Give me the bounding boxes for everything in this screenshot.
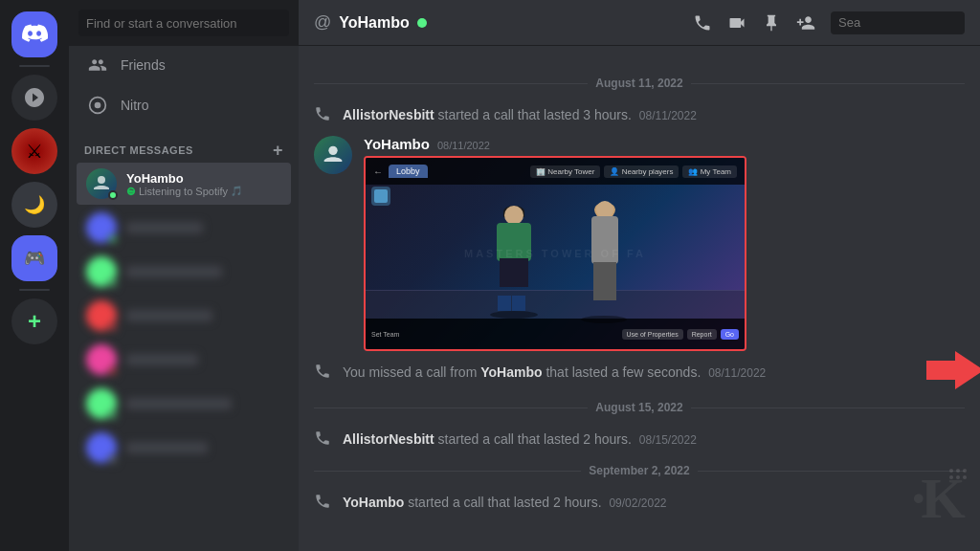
add-dm-button[interactable]: +	[273, 142, 283, 159]
watermark-k: ·K	[911, 466, 961, 532]
dm-item-6[interactable]	[77, 383, 291, 425]
rail-divider-1	[19, 65, 50, 67]
header-search-input[interactable]	[831, 11, 965, 34]
phone-icon-3	[314, 430, 333, 449]
game-watermark: MASTERS TOWER OF FA	[464, 248, 646, 259]
dm3-status-dot	[108, 278, 118, 288]
yohambo-username: YoHambo	[126, 171, 242, 186]
dm4-status-dot	[108, 322, 118, 332]
dm7-status-dot	[108, 454, 118, 464]
search-input[interactable]	[78, 10, 289, 36]
add-user-button[interactable]	[796, 13, 815, 33]
dm-item-3[interactable]	[77, 251, 291, 293]
server-rail: ⚔ 🌙 🎮 +	[0, 0, 69, 551]
phone-icon-missed	[314, 363, 333, 382]
game-embed: ← Lobby 🏢 Nearby Tower 👤 Nearby players …	[364, 156, 746, 351]
dm6-info	[126, 398, 232, 409]
call-log-1: AllistorNesbitt started a call that last…	[314, 101, 965, 128]
date-divider-2: August 15, 2022	[314, 401, 965, 414]
yohambo-status-dot	[108, 190, 118, 200]
dm-item-2[interactable]	[77, 207, 291, 249]
phone-icon-4	[314, 493, 333, 512]
red-arrow-annotation	[926, 351, 980, 393]
dm-section-title: DIRECT MESSAGES	[84, 144, 193, 156]
call-log-3: AllistorNesbitt started a call that last…	[314, 426, 965, 452]
dm3-info	[126, 266, 222, 277]
call-log-4: YoHambo started a call that lasted 2 hou…	[314, 489, 965, 516]
dm6-avatar	[86, 388, 117, 419]
chat-header-username: YoHambo	[339, 14, 409, 32]
dm-item-5[interactable]	[77, 339, 291, 381]
game-ground	[366, 290, 745, 319]
server-2-icon[interactable]: 🌙	[11, 182, 57, 228]
header-status-dot	[417, 18, 427, 28]
dm2-status-dot	[108, 234, 118, 244]
nitro-nav-item[interactable]: Nitro	[77, 86, 291, 124]
yohambo-msg-avatar	[314, 136, 352, 174]
search-bar-container	[69, 0, 299, 46]
server-3-icon[interactable]: 🎮	[11, 235, 57, 281]
yohambo-avatar	[86, 168, 117, 199]
game-nav-tabs: 🏢 Nearby Tower 👤 Nearby players 👥 My Tea…	[530, 165, 737, 178]
dm5-status-dot	[108, 366, 118, 376]
dm-item-7[interactable]	[77, 427, 291, 469]
dm4-avatar	[86, 300, 117, 331]
video-button[interactable]	[727, 13, 746, 33]
svg-marker-4	[926, 351, 980, 389]
add-server-icon[interactable]: +	[11, 298, 57, 344]
yohambo-msg-time: 08/11/2022	[437, 140, 490, 151]
call-log-4-text: YoHambo started a call that lasted 2 hou…	[343, 495, 667, 510]
chat-messages: August 11, 2022 AllistorNesbitt started …	[299, 46, 980, 551]
friends-label: Friends	[121, 57, 166, 73]
call-button[interactable]	[693, 13, 712, 33]
chat-header: @ YoHambo	[299, 0, 980, 46]
missed-call-row: You missed a call from YoHambo that last…	[314, 359, 965, 386]
dm-item-4[interactable]	[77, 295, 291, 337]
dm4-info	[126, 310, 212, 321]
chat-main: @ YoHambo August 11, 2022	[299, 0, 980, 551]
dm2-info	[126, 222, 203, 233]
dm-section-header: DIRECT MESSAGES +	[69, 126, 299, 163]
dm-icon[interactable]	[11, 75, 57, 121]
game-tab-nearby-tower: 🏢 Nearby Tower	[530, 165, 600, 178]
dm7-avatar	[86, 432, 117, 463]
game-tab-lobby: Lobby	[389, 165, 428, 178]
yohambo-msg-content: YoHambo 08/11/2022 ← Lobby 🏢 Nearby Towe…	[364, 136, 965, 351]
yohambo-msg-header: YoHambo 08/11/2022	[364, 136, 965, 152]
team-info: Set Team	[371, 331, 399, 338]
date-divider-1: August 11, 2022	[314, 77, 965, 90]
server-1-icon[interactable]: ⚔	[11, 128, 57, 174]
go-btn: Go	[721, 329, 739, 340]
header-actions	[693, 11, 965, 34]
at-symbol: @	[314, 12, 331, 33]
discord-home-icon[interactable]	[11, 11, 57, 57]
yohambo-status-text: Listening to Spotify 🎵	[126, 186, 242, 197]
svg-point-3	[328, 146, 337, 155]
rail-divider-2	[19, 289, 50, 291]
friends-nav-item[interactable]: Friends	[77, 46, 291, 84]
phone-icon-1	[314, 105, 333, 124]
dm3-avatar	[86, 256, 117, 287]
call-log-1-text: AllistorNesbitt started a call that last…	[343, 107, 697, 122]
dm-sidebar: Friends Nitro DIRECT MESSAGES + YoHambo …	[69, 0, 299, 551]
svg-point-1	[95, 102, 101, 109]
dm7-info	[126, 442, 208, 453]
nitro-icon	[86, 94, 109, 117]
game-tab-nearby-players: 👤 Nearby players	[604, 165, 679, 178]
svg-point-2	[98, 176, 105, 184]
dm-item-yohambo[interactable]: YoHambo Listening to Spotify 🎵	[77, 163, 291, 205]
pin-button[interactable]	[762, 13, 781, 33]
date-divider-3: September 2, 2022	[314, 464, 965, 477]
use-properties-btn: Use of Properties	[622, 329, 683, 340]
friends-icon	[86, 54, 109, 77]
yohambo-user-info: YoHambo Listening to Spotify 🎵	[126, 171, 242, 197]
dm2-avatar	[86, 212, 117, 243]
missed-call-text: You missed a call from YoHambo that last…	[343, 364, 766, 380]
game-ui-bottom: Set Team Use of Properties Report Go	[366, 319, 745, 349]
nitro-label: Nitro	[121, 98, 149, 113]
game-ui-elements	[371, 187, 390, 206]
game-ui-top: ← Lobby 🏢 Nearby Tower 👤 Nearby players …	[366, 158, 745, 185]
dm5-avatar	[86, 344, 117, 375]
report-btn: Report	[687, 329, 717, 340]
game-screenshot: ← Lobby 🏢 Nearby Tower 👤 Nearby players …	[366, 158, 745, 349]
